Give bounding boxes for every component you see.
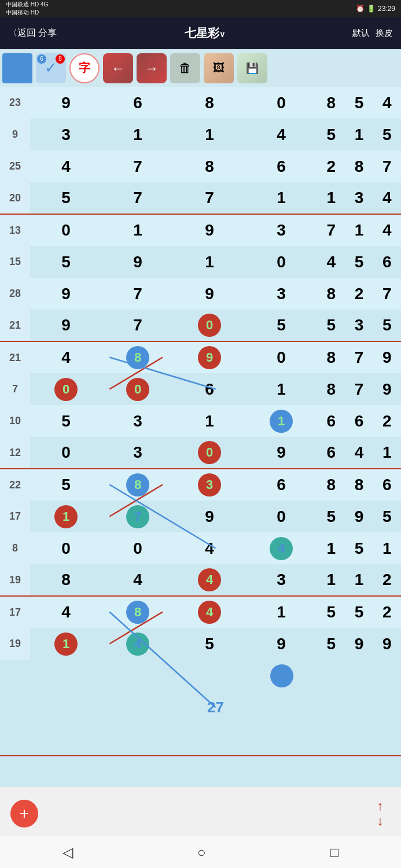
home-nav-button[interactable]: ○	[197, 844, 206, 860]
cell: 1	[245, 373, 317, 405]
cell: 5	[373, 501, 401, 532]
cell: 1	[174, 246, 245, 278]
cell: 4	[373, 87, 401, 119]
cell: 7	[174, 182, 245, 214]
save-button[interactable]: 💾	[237, 53, 267, 83]
cell: 1	[345, 214, 373, 246]
table-row: 191459599	[0, 628, 401, 660]
cell: 2	[373, 564, 401, 596]
add-button[interactable]: +	[10, 800, 38, 827]
bottom-nav: ◁ ○ □	[0, 836, 401, 868]
cell: 4	[373, 214, 401, 246]
cell: 9	[30, 310, 102, 341]
row-id: 21	[0, 341, 30, 373]
cell: 6	[102, 87, 174, 119]
cell: 9	[174, 501, 245, 532]
cell: 1	[102, 119, 174, 150]
photos-button[interactable]: 🖼	[204, 53, 234, 83]
cell: 8	[30, 564, 102, 596]
cell: 2	[317, 150, 345, 182]
cell: 0	[30, 214, 102, 246]
back-arrow-button[interactable]: ←	[103, 53, 133, 83]
cell: 7	[102, 278, 174, 310]
status-bar: 中国联通 HD 4G 中国移动 HD ⏰ 🔋 23:29	[0, 0, 401, 17]
number-circle: 3	[198, 473, 221, 496]
header-actions: 默认 换皮	[352, 28, 393, 39]
cell: 5	[30, 246, 102, 278]
cell: 0	[102, 532, 174, 564]
cell: 5	[373, 310, 401, 341]
trash-button[interactable]: 🗑	[170, 53, 200, 83]
cell: 0	[245, 341, 317, 373]
badge-8: 8	[56, 54, 65, 64]
number-circle: 4	[126, 632, 149, 656]
cell: 8	[317, 469, 345, 501]
char-button[interactable]: 字	[69, 53, 100, 83]
row-id: 28	[0, 278, 30, 310]
cell: 8	[317, 341, 345, 373]
row-id: 22	[0, 469, 30, 501]
cell: 6	[373, 246, 401, 278]
cell: 4	[30, 150, 102, 182]
cell: 8	[102, 469, 174, 501]
cell: 5	[373, 119, 401, 150]
cell: 9	[30, 87, 102, 119]
number-circle: 4	[270, 537, 293, 560]
cell: 3	[245, 564, 317, 596]
empty-row-1	[0, 723, 401, 755]
recent-nav-button[interactable]: □	[330, 844, 339, 860]
row-id: 23	[0, 87, 30, 119]
cell: 5	[317, 596, 345, 628]
cell: 5	[30, 405, 102, 437]
table-row: 219705535	[0, 310, 401, 341]
cell: 8	[102, 341, 174, 373]
table-row: 105311662	[0, 405, 401, 437]
row-id: 7	[0, 373, 30, 405]
cell: 7	[317, 214, 345, 246]
cell: 0	[245, 87, 317, 119]
row-id: 17	[0, 501, 30, 532]
cell: 5	[317, 501, 345, 532]
cell: 0	[245, 501, 317, 532]
cell: 8	[174, 87, 245, 119]
cell: 9	[345, 628, 373, 660]
table-row: 70061879	[0, 373, 401, 405]
cell: 4	[245, 532, 317, 564]
cell: 5	[345, 246, 373, 278]
check-button[interactable]: ✓ 8 6	[36, 53, 66, 83]
scroll-arrows[interactable]: ↑ ↓	[370, 800, 391, 827]
cell: 3	[102, 437, 174, 469]
cell: 9	[245, 437, 317, 469]
clock-icon: ⏰	[356, 5, 365, 13]
cell: 9	[174, 341, 245, 373]
cell: 4	[174, 596, 245, 628]
number-circle: 0	[198, 441, 221, 464]
back-nav-button[interactable]: ◁	[62, 844, 73, 860]
cell: 5	[345, 87, 373, 119]
table-row: 225836886	[0, 469, 401, 501]
cell: 8	[102, 596, 174, 628]
cell: 9	[102, 246, 174, 278]
cell: 3	[345, 182, 373, 214]
blue-square-button[interactable]	[2, 53, 32, 83]
number-circle: 8	[126, 601, 149, 624]
cell: 9	[245, 628, 317, 660]
header: 〈返回 分享 七星彩∨ 默认 换皮	[0, 17, 401, 49]
skin-button[interactable]: 换皮	[376, 28, 393, 39]
cell: 1	[245, 405, 317, 437]
cell: 0	[30, 373, 102, 405]
default-button[interactable]: 默认	[352, 28, 370, 39]
number-circle: 4	[198, 601, 221, 624]
cell: 7	[102, 150, 174, 182]
back-button[interactable]: 〈返回 分享	[8, 27, 57, 39]
check-icon: ✓	[45, 59, 57, 77]
carrier-line1: 中国联通 HD 4G	[6, 1, 48, 9]
cell: 2	[373, 596, 401, 628]
number-circle: 8	[126, 473, 149, 496]
cell: 9	[174, 214, 245, 246]
forward-arrow-button[interactable]: →	[137, 53, 167, 83]
cell: 4	[317, 246, 345, 278]
battery-icon: 🔋	[367, 5, 376, 13]
cell: 0	[174, 437, 245, 469]
table-row: 239680854	[0, 87, 401, 119]
